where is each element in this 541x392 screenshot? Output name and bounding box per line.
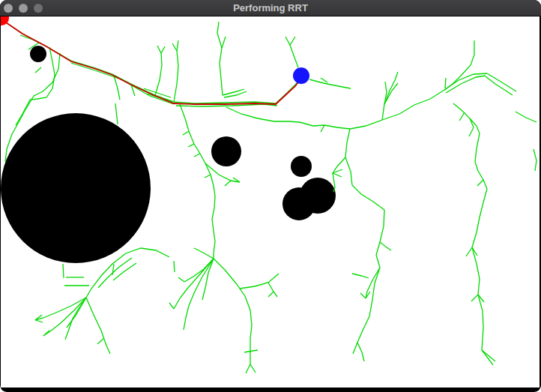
tree-edge <box>478 171 487 189</box>
tree-edge <box>309 79 351 88</box>
tree-edge <box>321 125 324 132</box>
tree-edge <box>155 53 162 95</box>
minimize-button[interactable] <box>19 4 28 13</box>
tree-edge <box>224 91 247 97</box>
tree-edge <box>445 78 446 88</box>
tree-edge <box>482 328 483 350</box>
tree-edge <box>178 277 184 282</box>
tree-edge <box>516 112 537 122</box>
window-title: Performing RRT <box>0 2 541 13</box>
tree-edge <box>487 73 516 91</box>
goal-node <box>293 67 309 84</box>
tree-edge <box>205 163 240 182</box>
tree-edge <box>112 264 114 275</box>
tree-edge <box>157 46 161 53</box>
obstacle-circle <box>291 156 312 177</box>
tree-edge <box>126 248 169 257</box>
tree-edge <box>43 331 49 336</box>
tree-edge <box>225 181 231 186</box>
obstacle-circle <box>30 46 46 62</box>
tree-edge <box>183 131 189 135</box>
tree-edge <box>469 127 474 136</box>
tree-edge <box>43 298 86 336</box>
tree-edge <box>174 261 175 272</box>
tree-edge <box>205 175 211 178</box>
tree-edge <box>35 67 41 73</box>
tree-edge <box>300 90 444 129</box>
tree-edge <box>184 259 214 330</box>
tree-edge <box>63 264 64 278</box>
tree-edge <box>382 72 398 120</box>
tree-edge <box>345 129 350 157</box>
tree-edge <box>246 364 250 373</box>
tree-edge <box>459 112 465 121</box>
tree-edge <box>188 144 194 147</box>
tree-edge <box>353 343 357 354</box>
tree-edge <box>290 37 295 45</box>
tree-edge <box>19 53 60 121</box>
tree-edge <box>250 364 256 373</box>
tree-edge <box>534 149 537 171</box>
app-window: Performing RRT <box>0 0 541 392</box>
tree-edge <box>357 268 380 343</box>
tree-edge <box>172 43 177 51</box>
tree-edge <box>114 76 120 100</box>
tree-edge <box>113 263 136 280</box>
tree-edge <box>222 37 226 48</box>
traffic-lights <box>0 4 43 13</box>
tree-edge <box>466 247 472 256</box>
tree-edge <box>169 303 174 309</box>
tree-edge <box>161 46 165 53</box>
zoom-button[interactable] <box>34 4 43 13</box>
tree-edge <box>217 22 223 95</box>
obstacle-circle <box>282 187 315 220</box>
tree-edge <box>194 154 200 157</box>
tree-edge <box>268 292 273 297</box>
tree-edge <box>352 274 369 278</box>
tree-edge <box>194 248 214 259</box>
tree-edge <box>86 298 110 354</box>
obstacle-circle <box>1 113 151 263</box>
tree-edge <box>444 40 474 90</box>
tree-edge <box>214 259 252 364</box>
tree-edge <box>471 295 478 301</box>
tree-edge <box>472 189 487 247</box>
tree-edge <box>333 173 342 177</box>
tree-edge <box>240 274 279 289</box>
tree-edge <box>376 210 384 268</box>
close-button[interactable] <box>4 4 13 13</box>
title-bar[interactable]: Performing RRT <box>0 0 541 16</box>
solution-path <box>1 19 300 104</box>
tree-edge <box>97 339 103 344</box>
tree-edge <box>360 293 366 298</box>
tree-edge <box>453 103 474 127</box>
tree-edge <box>174 259 214 309</box>
tree-edge <box>268 283 277 297</box>
tree-edge <box>345 157 384 210</box>
tree-edge <box>357 343 364 361</box>
tree-edge <box>486 76 513 95</box>
tree-edge <box>226 107 300 122</box>
tree-edge <box>223 89 244 95</box>
rrt-canvas <box>1 16 540 388</box>
tree-edge <box>244 350 258 352</box>
tree-edge <box>180 104 215 259</box>
tree-edge <box>472 247 480 295</box>
rrt-scene <box>1 16 540 388</box>
tree-edge <box>380 242 391 250</box>
tree-edge <box>115 103 118 124</box>
tree-edge <box>35 320 43 322</box>
tree-edge <box>321 78 327 82</box>
tree-edge <box>475 133 480 171</box>
obstacle-circle <box>211 136 241 166</box>
tree-edge <box>477 180 483 186</box>
